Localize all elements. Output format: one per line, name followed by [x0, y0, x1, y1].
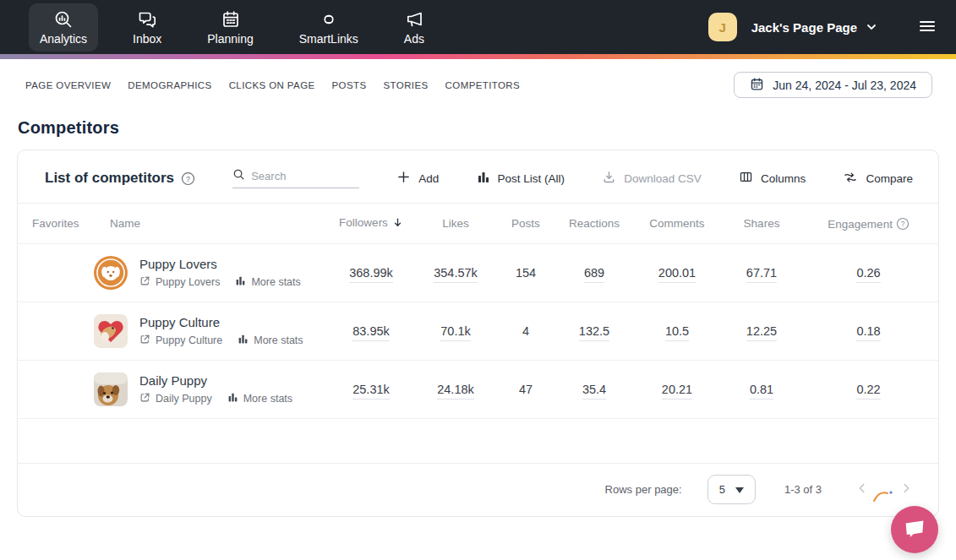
tab-ads[interactable]: Ads	[393, 3, 435, 52]
next-page-button[interactable]	[899, 481, 913, 497]
caret-down-icon	[735, 483, 744, 496]
page-title: Competitors	[18, 118, 956, 138]
table-row: Puppy Lovers Puppy Lovers More stats	[18, 244, 938, 302]
tab-analytics[interactable]: Analytics	[29, 3, 98, 52]
page-switcher[interactable]: Jack's Page Page	[748, 15, 881, 40]
reactions-value: 689	[559, 244, 630, 302]
reactions-value: 35.4	[559, 361, 630, 419]
rows-per-page-select[interactable]: 5	[707, 475, 756, 504]
table-header-row: Favorites Name Followers Likes Posts Rea…	[18, 204, 938, 244]
competitor-avatar	[94, 314, 128, 348]
col-comments[interactable]: Comments	[630, 204, 724, 244]
more-stats-button[interactable]: More stats	[238, 334, 303, 347]
search-icon	[232, 168, 245, 184]
comments-value: 20.21	[630, 361, 724, 419]
columns-button[interactable]: Columns	[739, 170, 806, 187]
chat-widget-button[interactable]	[891, 506, 938, 553]
favorite-cell[interactable]	[18, 244, 94, 302]
columns-icon	[739, 170, 753, 187]
subnav-competitors[interactable]: COMPETITORS	[445, 80, 521, 90]
col-followers[interactable]: Followers	[324, 204, 418, 244]
add-label: Add	[418, 172, 439, 185]
competitor-name: Daily Puppy	[139, 373, 292, 388]
prev-page-button[interactable]	[855, 481, 869, 497]
comments-value: 10.5	[630, 302, 724, 361]
col-likes[interactable]: Likes	[418, 204, 493, 244]
tab-smartlinks[interactable]: SmartLinks	[288, 3, 369, 52]
competitor-page-link[interactable]: Daily Puppy	[139, 392, 212, 405]
help-icon[interactable]: ?	[896, 217, 910, 231]
download-csv-label: Download CSV	[624, 172, 702, 185]
competitor-name: Puppy Lovers	[139, 257, 301, 271]
post-list-label: Post List (All)	[498, 172, 565, 185]
download-csv-button[interactable]: Download CSV	[602, 170, 702, 187]
help-icon[interactable]: ?	[181, 171, 195, 186]
favorite-cell[interactable]	[18, 361, 94, 419]
likes-value: 70.1k	[418, 302, 493, 361]
favorite-cell[interactable]	[18, 302, 94, 361]
search-input[interactable]	[251, 170, 348, 182]
engagement-value: 0.18	[799, 302, 938, 361]
col-shares[interactable]: Shares	[724, 204, 799, 244]
tab-label: Inbox	[133, 32, 161, 46]
tab-planning[interactable]: Planning	[196, 3, 265, 52]
shares-value: 67.71	[724, 244, 799, 302]
tab-inbox[interactable]: Inbox	[122, 3, 172, 52]
external-link-icon	[139, 334, 150, 347]
subnav-page-overview[interactable]: PAGE OVERVIEW	[25, 80, 111, 90]
smartlinks-icon	[319, 9, 339, 30]
tab-label: Ads	[404, 32, 424, 46]
competitor-page-link[interactable]: Puppy Lovers	[139, 275, 220, 289]
avatar[interactable]: J	[708, 13, 737, 41]
ads-icon	[404, 9, 424, 30]
subnav-demographics[interactable]: DEMOGRAPHICS	[128, 80, 211, 90]
more-stats-button[interactable]: More stats	[235, 275, 300, 289]
page-name: Jack's Page Page	[751, 20, 857, 35]
competitor-page-link[interactable]: Puppy Culture	[139, 334, 222, 347]
followers-value: 25.31k	[324, 361, 418, 419]
add-competitor-button[interactable]: Add	[396, 170, 439, 187]
col-engagement[interactable]: Engagement ?	[799, 204, 938, 244]
account-area: J Jack's Page Page	[708, 13, 937, 41]
analytics-subnav: PAGE OVERVIEW DEMOGRAPHICS CLICKS ON PAG…	[0, 59, 956, 105]
bar-chart-icon	[227, 392, 238, 405]
tab-label: Planning	[207, 32, 254, 46]
rows-per-page-value: 5	[719, 483, 725, 496]
subnav-posts[interactable]: POSTS	[332, 80, 367, 90]
compare-button[interactable]: Compare	[843, 170, 913, 188]
plus-icon	[396, 170, 411, 187]
shares-value: 12.25	[724, 302, 799, 361]
svg-text:?: ?	[900, 219, 904, 227]
sort-desc-icon	[392, 218, 403, 231]
calendar-icon	[750, 77, 764, 94]
likes-value: 354.57k	[418, 244, 493, 302]
date-range-picker[interactable]: Jun 24, 2024 - Jul 23, 2024	[734, 72, 932, 98]
bar-chart-icon	[238, 334, 249, 347]
subnav-stories[interactable]: STORIES	[384, 80, 429, 90]
likes-value: 24.18k	[418, 361, 493, 419]
followers-value: 83.95k	[324, 302, 418, 361]
compare-icon	[843, 170, 858, 188]
post-list-button[interactable]: Post List (All)	[477, 171, 565, 187]
top-navbar: Analytics Inbox	[0, 0, 956, 54]
main-nav: Analytics Inbox	[29, 3, 435, 52]
bar-chart-icon	[477, 171, 490, 187]
col-name: Name	[94, 204, 324, 244]
more-stats-button[interactable]: More stats	[227, 392, 292, 405]
competitor-name: Puppy Culture	[139, 315, 303, 329]
inbox-icon	[137, 9, 157, 30]
subnav-clicks-on-page[interactable]: CLICKS ON PAGE	[229, 80, 315, 90]
menu-icon[interactable]	[917, 16, 937, 39]
planning-icon	[221, 9, 241, 30]
col-posts[interactable]: Posts	[493, 204, 559, 244]
competitors-card: List of competitors ? Add Post List (All…	[17, 150, 939, 517]
col-reactions[interactable]: Reactions	[559, 204, 630, 244]
columns-label: Columns	[761, 172, 806, 185]
compare-label: Compare	[866, 172, 913, 185]
external-link-icon	[139, 275, 150, 289]
rows-per-page-label: Rows per page:	[605, 483, 682, 496]
pagination-bar: Rows per page: 5 1-3 of 3	[18, 463, 938, 516]
table-row: Daily Puppy Daily Puppy More stats	[18, 361, 938, 419]
external-link-icon	[139, 392, 150, 405]
pagination-range: 1-3 of 3	[784, 483, 822, 496]
